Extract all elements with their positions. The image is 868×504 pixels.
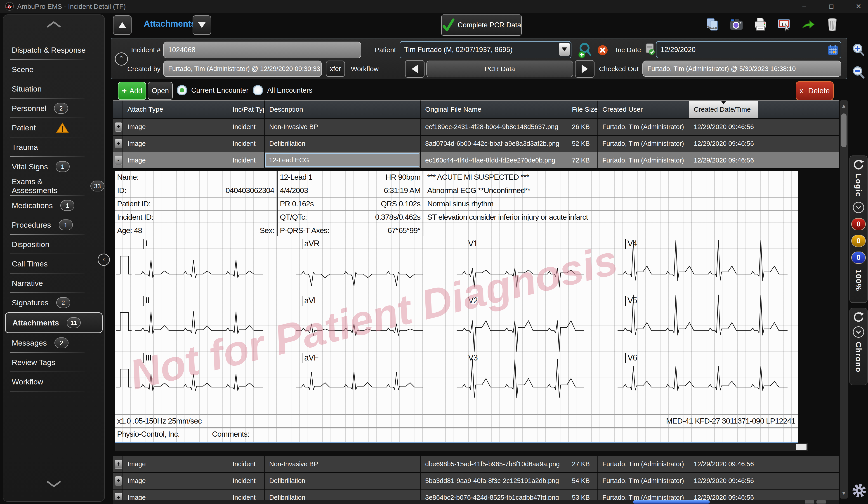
copy-icon[interactable] — [705, 17, 720, 32]
sidebar-item-medications[interactable]: Medications1 — [3, 196, 104, 215]
attachment-row[interactable]: + ImageIncident Defibrillation5ba3dd81-9… — [113, 473, 839, 490]
column-created-datetime[interactable]: Created Date/Time — [689, 100, 758, 119]
expand-row-button[interactable]: + — [115, 123, 122, 132]
workflow-state-field[interactable]: PCR Data — [426, 61, 573, 77]
expand-row-button[interactable]: + — [115, 476, 122, 485]
attachment-row-selected[interactable]: - ImageIncident 12-Lead ECG ec160c44-4f4… — [113, 152, 839, 169]
sidebar-item-scene[interactable]: Scene — [3, 60, 104, 79]
sidebar-item-signatures[interactable]: Signatures2 — [3, 293, 104, 312]
sidebar-item-messages[interactable]: Messages2 — [3, 333, 104, 352]
calendar-icon[interactable] — [827, 44, 839, 55]
maximize-button[interactable]: □ — [825, 2, 838, 11]
column-description[interactable]: Description — [265, 100, 421, 119]
column-inc-pat-type[interactable]: Inc/Pat Type — [228, 100, 265, 119]
forward-icon[interactable] — [801, 17, 816, 32]
xfer-button[interactable]: xfer — [326, 61, 345, 77]
current-encounter-radio[interactable] — [177, 85, 187, 95]
zoom-in-icon[interactable] — [851, 42, 866, 57]
expand-row-button[interactable]: + — [115, 139, 122, 148]
collapse-row-button[interactable]: - — [115, 156, 122, 165]
ecg-header-divider — [424, 171, 424, 236]
sidebar-item-situation[interactable]: Situation — [3, 79, 104, 99]
column-file-size[interactable]: File Size — [567, 100, 598, 119]
scroll-right-button[interactable] — [816, 501, 826, 504]
date-verified-icon — [644, 43, 656, 55]
scroll-up-icon[interactable]: ▲ — [840, 103, 848, 109]
sidebar-item-patient[interactable]: Patient — [3, 118, 104, 137]
complete-pcr-data-button[interactable]: Complete PCR Data — [441, 14, 522, 36]
chrono-refresh-icon[interactable] — [852, 311, 865, 323]
minimize-button[interactable]: – — [797, 2, 811, 11]
sidebar-scroll-up-icon[interactable] — [3, 20, 104, 29]
scrollbar-thumb[interactable] — [633, 501, 710, 504]
description-cell-editing[interactable]: 12-Lead ECG — [265, 153, 419, 167]
logic-expand-icon[interactable] — [853, 202, 864, 213]
lead-label: V1 — [466, 239, 478, 249]
section-next-button[interactable] — [193, 16, 211, 35]
scroll-left-button[interactable] — [805, 501, 814, 504]
patient-select[interactable]: Tim Furtado (M, 02/07/1937, 8695) — [400, 41, 571, 58]
sidebar-item-disposition[interactable]: Disposition — [3, 235, 104, 254]
ecg-image-preview[interactable]: Name:12-Lead 1 HR 90bpm*** ACUTE MI SUSP… — [115, 171, 798, 443]
delete-trash-icon[interactable] — [825, 17, 839, 32]
column-attach-type[interactable]: Attach Type — [123, 100, 228, 119]
camera-icon[interactable] — [729, 17, 744, 32]
workflow-next-button[interactable] — [575, 60, 595, 78]
incident-number-input[interactable]: 1024068 — [163, 42, 361, 58]
lead-label: V3 — [466, 353, 478, 363]
signatures-count-badge: 2 — [56, 297, 70, 308]
logic-refresh-icon[interactable] — [852, 159, 865, 171]
patient-search-add-icon[interactable] — [577, 42, 593, 58]
plus-icon: + — [122, 86, 127, 96]
open-attachment-button[interactable]: Open — [148, 82, 173, 100]
logic-percent: 100% — [854, 269, 863, 291]
table-vertical-scrollbar[interactable]: ▲ ▼ — [840, 100, 848, 498]
delete-attachment-button[interactable]: xDelete — [796, 81, 834, 100]
attachments-count-badge: 11 — [67, 317, 81, 328]
attachment-row[interactable]: + ImageIncident Non-Invasive BPecf189ec-… — [113, 119, 839, 136]
sidebar-item-workflow[interactable]: Workflow — [3, 372, 104, 391]
zoom-out-icon[interactable] — [851, 65, 866, 80]
close-button[interactable]: ✕ — [852, 2, 865, 11]
table-horizontal-scrollbar[interactable] — [113, 500, 839, 504]
logic-error-badge[interactable]: 0 — [851, 218, 866, 230]
settings-gear-icon[interactable] — [851, 483, 867, 498]
expand-row-button[interactable]: + — [115, 460, 122, 469]
attachment-row[interactable]: + ImageIncident Non-Invasive BPdbe698b5-… — [113, 456, 839, 473]
logic-info-badge[interactable]: 0 — [851, 251, 866, 264]
column-created-user[interactable]: Created User — [598, 100, 689, 119]
patient-dropdown-button[interactable] — [559, 43, 570, 56]
attachment-row[interactable]: + ImageIncident Defibrillation8ad0704d-6… — [113, 136, 839, 152]
chrono-expand-icon[interactable] — [853, 326, 864, 338]
sidebar-collapse-button[interactable]: ‹ — [98, 254, 110, 266]
sidebar-item-dispatch-response[interactable]: Dispatch & Response — [3, 40, 104, 60]
sidebar-item-personnel[interactable]: Personnel2 — [3, 99, 104, 118]
sidebar-item-vital-signs[interactable]: Vital Signs1 — [3, 157, 104, 176]
image-horizontal-scrollbar[interactable] — [115, 443, 808, 451]
sidebar-item-review-tags[interactable]: Review Tags — [3, 352, 104, 372]
sidebar-scroll-down-icon[interactable] — [3, 481, 104, 489]
vital-signs-count-badge: 1 — [55, 161, 70, 172]
logic-warning-badge[interactable]: 0 — [851, 235, 866, 247]
collapse-header-button[interactable]: ⌃ — [115, 52, 128, 65]
sidebar-item-procedures[interactable]: Procedures1 — [3, 215, 104, 235]
sidebar-item-call-times[interactable]: Call Times — [3, 254, 104, 274]
checked-out-label: Checked Out — [599, 65, 639, 73]
inc-date-input[interactable]: 12/29/2020 — [656, 41, 841, 58]
scrollbar-thumb[interactable] — [841, 113, 847, 147]
sidebar-item-trauma[interactable]: Trauma — [3, 137, 104, 157]
text-select-icon[interactable]: I — [777, 17, 792, 32]
patient-clear-icon[interactable] — [597, 44, 609, 56]
sidebar-item-attachments[interactable]: Attachments11 — [5, 312, 103, 333]
sidebar-item-narrative[interactable]: Narrative — [3, 274, 104, 293]
sidebar-item-exams-assessments[interactable]: Exams & Assessments33 — [3, 176, 104, 196]
lead-label: V5 — [625, 296, 637, 306]
scrollbar-thumb[interactable] — [796, 444, 807, 450]
scroll-down-icon[interactable]: ▼ — [840, 490, 848, 496]
all-encounters-radio[interactable] — [253, 85, 263, 95]
add-attachment-button[interactable]: +Add — [118, 82, 146, 100]
section-prev-button[interactable] — [113, 16, 132, 35]
workflow-prev-button[interactable] — [405, 60, 424, 78]
column-original-file-name[interactable]: Original File Name — [421, 100, 567, 119]
print-icon[interactable] — [753, 17, 768, 32]
